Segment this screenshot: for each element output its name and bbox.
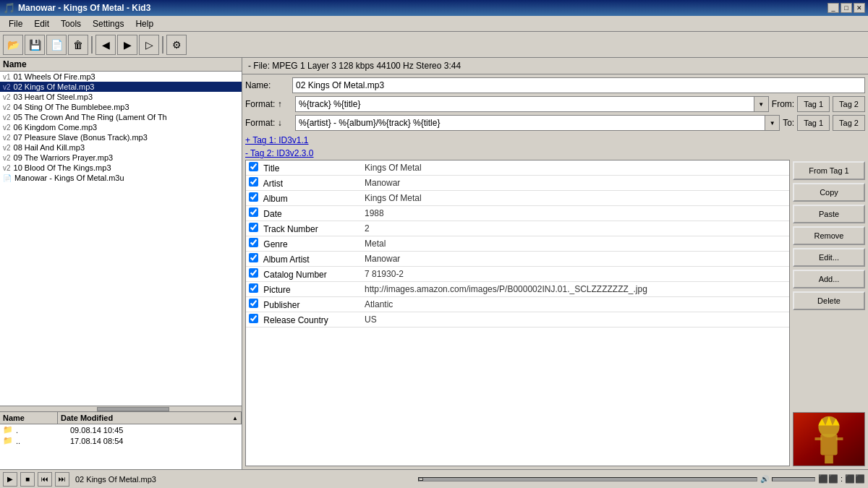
menu-help[interactable]: Help [129,17,159,30]
toolbar: 📂 💾 📄 🗑 ◀ ▶ ▷ ⚙ [0,32,868,58]
status-prev-button[interactable]: ⏮ [38,472,52,487]
field-checkbox[interactable] [249,192,258,202]
table-row[interactable]: Title Kings Of Metal [246,160,789,176]
open-file-button[interactable]: 📄 [46,35,67,55]
table-row[interactable]: Catalog Number 7 81930-2 [246,267,789,282]
back-button[interactable]: ◀ [95,35,116,55]
folder-date: 09.08.14 10:45 [70,426,123,435]
list-item[interactable]: v2 04 Sting Of The Bumblebee.mp3 [0,102,242,112]
list-item[interactable]: v2 09 The Warriors Prayer.mp3 [0,153,242,163]
table-row[interactable]: Picture http://images.amazon.com/images/… [246,282,789,297]
table-row[interactable]: Track Number 2 [246,221,789,236]
menu-settings[interactable]: Settings [87,17,129,30]
edit-button[interactable]: Edit... [793,248,865,267]
from-label: From: [772,99,794,109]
table-row[interactable]: Genre Metal [246,236,789,252]
v2-icon: v2 [3,164,11,172]
list-item[interactable]: v2 05 The Crown And The Ring (Lament Of … [0,112,242,122]
to-tag1-button[interactable]: Tag 1 [797,115,830,131]
field-checkbox[interactable] [249,207,258,217]
list-item[interactable]: v2 07 Pleasure Slave (Bonus Track).mp3 [0,132,242,142]
field-value-cell: Metal [362,236,789,252]
field-label: Title [263,163,279,174]
v2-icon: v2 [3,93,11,101]
tag1-section-header[interactable]: + Tag 1: ID3v1.1 [245,135,865,145]
paste-button[interactable]: Paste [793,205,865,223]
maximize-button[interactable]: □ [841,3,852,13]
svg-rect-5 [836,437,843,440]
field-checkbox[interactable] [249,162,258,171]
save-button[interactable]: 💾 [25,35,45,55]
table-row[interactable]: Album Kings Of Metal [246,191,789,206]
album-art-inner [793,413,864,466]
field-label-cell: Publisher [246,297,362,312]
delete-button[interactable]: Delete [793,291,865,310]
horizontal-scrollbar[interactable] [0,406,242,411]
list-item[interactable]: v2 08 Hail And Kill.mp3 [0,142,242,153]
menu-tools[interactable]: Tools [55,17,87,30]
folder-up-icon: 📁 [3,436,13,445]
add-button[interactable]: Add... [793,270,865,288]
progress-bar[interactable] [418,477,757,481]
field-value: Manowar [365,254,400,264]
format-up-input[interactable] [295,96,754,112]
field-checkbox[interactable] [249,299,258,308]
status-stop-button[interactable]: ■ [20,472,35,487]
folder-list: 📁 . 09.08.14 10:45 📁 .. 17.08.14 08:54 [0,424,242,469]
format-down-dropdown[interactable]: ▼ [765,115,780,131]
main-content: Name v1 01 Wheels Of Fire.mp3 v2 02 King… [0,58,868,469]
field-checkbox[interactable] [249,253,258,262]
open-folder-button[interactable]: 📂 [3,35,23,55]
config-button[interactable]: ⚙ [166,35,187,55]
list-item[interactable]: 📄 Manowar - Kings Of Metal.m3u [0,173,242,183]
list-item[interactable]: 📁 . 09.08.14 10:45 [0,424,242,435]
format-down-input[interactable] [295,115,765,131]
field-checkbox[interactable] [249,314,258,323]
minimize-button[interactable]: _ [827,3,839,13]
sort-icon[interactable]: ▲ [232,415,238,421]
list-item[interactable]: v2 10 Blood Of The Kings.mp3 [0,163,242,173]
menu-file[interactable]: File [3,17,28,30]
copy-button[interactable]: Copy [793,183,865,202]
table-row[interactable]: Publisher Atlantic [246,297,789,312]
field-checkbox[interactable] [249,177,258,187]
field-label-cell: Catalog Number [246,267,362,282]
list-item[interactable]: v1 01 Wheels Of Fire.mp3 [0,72,242,82]
table-row[interactable]: Album Artist Manowar [246,252,789,267]
from-tag1-sidebar-button[interactable]: From Tag 1 [793,161,865,180]
from-tag2-button[interactable]: Tag 2 [833,96,865,112]
remove-button[interactable]: 🗑 [68,35,88,55]
list-item[interactable]: v2 06 Kingdom Come.mp3 [0,122,242,132]
list-item[interactable]: v2 02 Kings Of Metal.mp3 [0,82,242,92]
field-checkbox[interactable] [249,223,258,232]
table-row[interactable]: Date 1988 [246,206,789,221]
to-tag2-button[interactable]: Tag 2 [833,115,865,131]
field-label-cell: Release Country [246,312,362,328]
field-checkbox[interactable] [249,283,258,293]
remove-tag-button[interactable]: Remove [793,226,865,245]
field-label: Album Artist [263,254,310,265]
format-up-dropdown[interactable]: ▼ [754,96,769,112]
field-checkbox[interactable] [249,268,258,278]
table-row[interactable]: Release Country US [246,312,789,328]
file-name: 02 Kings Of Metal.mp3 [14,82,95,91]
field-label: Album [263,194,288,204]
format-up-label: Format: ↑ [245,99,292,109]
name-input[interactable] [292,77,865,93]
status-play-button[interactable]: ▶ [3,472,17,487]
list-item[interactable]: v2 03 Heart Of Steel.mp3 [0,92,242,102]
menu-edit[interactable]: Edit [28,17,55,30]
close-button[interactable]: ✕ [854,3,865,13]
field-value-cell: Atlantic [362,297,789,312]
forward-button[interactable]: ▶ [117,35,137,55]
v2-icon: v2 [3,103,11,111]
status-next-button[interactable]: ⏭ [55,472,69,487]
from-tag1-button[interactable]: Tag 1 [797,96,830,112]
tag2-section-header[interactable]: - Tag 2: ID3v2.3.0 [245,148,865,158]
play-button[interactable]: ▷ [139,35,159,55]
volume-slider[interactable] [772,477,815,481]
table-row[interactable]: Artist Manowar [246,176,789,191]
left-panel: Name v1 01 Wheels Of Fire.mp3 v2 02 King… [0,58,242,469]
list-item[interactable]: 📁 .. 17.08.14 08:54 [0,435,242,446]
field-checkbox[interactable] [249,238,258,247]
